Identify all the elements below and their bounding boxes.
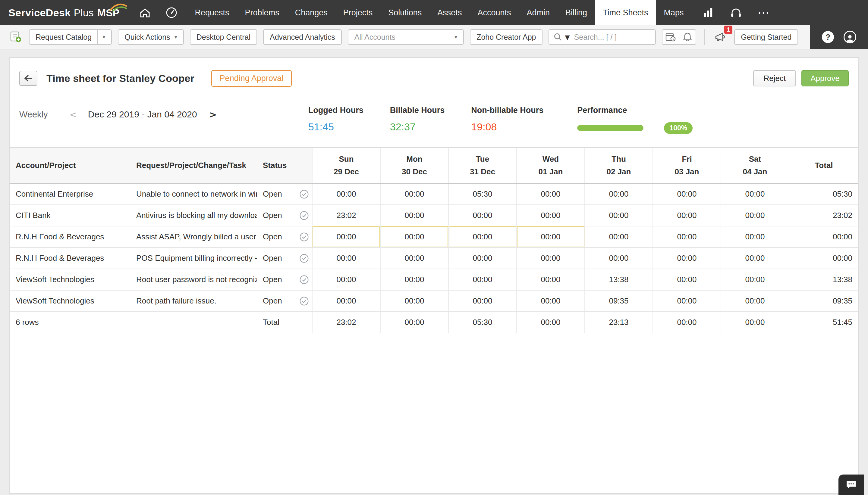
help-icon[interactable]: ? [822, 31, 834, 43]
logo-swoosh-icon [109, 3, 127, 12]
week-prev-button[interactable]: < [67, 109, 80, 120]
announcement-count-badge: 1 [724, 25, 732, 34]
nav-item-problems[interactable]: Problems [237, 0, 287, 25]
all-accounts-dropdown[interactable]: All Accounts ▾ [348, 29, 464, 45]
dashboard-icon[interactable] [158, 0, 185, 25]
nav-item-billing[interactable]: Billing [558, 0, 595, 25]
task-cell[interactable]: Unable to connect to network in win [130, 183, 257, 205]
global-search: ▾ [548, 29, 656, 45]
nav-item-time-sheets[interactable]: Time Sheets [595, 0, 656, 25]
announcements-megaphone-icon[interactable]: 1 [713, 29, 728, 45]
nonbillable-hours-value: 19:08 [471, 121, 543, 133]
task-cell[interactable]: Antivirus is blocking all my downloa [130, 205, 257, 226]
nav-item-assets[interactable]: Assets [429, 0, 470, 25]
timesheet-row: ViewSoft Technologies Root path failure … [10, 290, 858, 312]
user-avatar-icon[interactable] [844, 31, 856, 44]
home-icon[interactable] [132, 0, 158, 25]
logged-hours-stat: Logged Hours 51:45 [308, 106, 363, 133]
period-label[interactable]: Weekly [19, 109, 48, 120]
hours-cell: 00:00 [380, 183, 448, 205]
hours-cell: 00:00 [380, 269, 448, 290]
status-check-icon [299, 254, 309, 263]
nav-item-projects[interactable]: Projects [335, 0, 381, 25]
status-check-icon [299, 296, 309, 306]
row-total-cell: 05:30 [789, 183, 858, 205]
task-cell[interactable]: Root user password is not recogniz [130, 269, 257, 290]
advanced-analytics-button[interactable]: Advanced Analytics [263, 29, 342, 45]
approve-button[interactable]: Approve [801, 70, 849, 86]
nav-item-solutions[interactable]: Solutions [380, 0, 429, 25]
search-scope-caret-icon[interactable]: ▾ [565, 31, 570, 43]
week-next-button[interactable]: > [207, 109, 219, 120]
status-cell: Open [257, 248, 312, 269]
status-check-icon [299, 275, 309, 285]
reject-button[interactable]: Reject [753, 70, 796, 86]
advanced-analytics-label: Advanced Analytics [270, 33, 335, 41]
nav-item-maps[interactable]: Maps [656, 0, 692, 25]
task-cell[interactable]: POS Equipment billing incorrectly - [130, 248, 257, 269]
task-cell[interactable]: Assist ASAP, Wrongly billed a user [130, 226, 257, 248]
toolbar-dark-corner: ? [810, 25, 868, 49]
day-column-header: Sun29 Dec [312, 148, 380, 184]
more-menu-icon[interactable]: ⋯ [750, 0, 777, 25]
row-total-cell: 09:35 [789, 290, 858, 312]
search-input[interactable] [573, 32, 651, 42]
nonbillable-hours-stat: Non-billable Hours 19:08 [471, 106, 543, 133]
hours-cell: 00:00 [517, 226, 585, 248]
hours-cell: 00:00 [517, 248, 585, 269]
request-catalog-label: Request Catalog [36, 33, 92, 41]
account-cell: Continental Enterprise [10, 183, 130, 205]
hours-cell: 00:00 [721, 183, 789, 205]
request-catalog-dropdown[interactable]: Request Catalog ▾ [29, 29, 112, 45]
quick-actions-dropdown[interactable]: Quick Actions ▾ [118, 29, 184, 45]
reports-chart-icon[interactable] [694, 0, 722, 25]
nav-item-changes[interactable]: Changes [287, 0, 335, 25]
back-button[interactable] [19, 71, 37, 86]
hours-cell: 00:00 [312, 226, 380, 248]
account-cell: R.N.H Food & Beverages [10, 248, 130, 269]
chat-bubble-icon [846, 480, 856, 489]
performance-percent-badge: 100% [664, 122, 692, 134]
timesheet-card: Time sheet for Stanley Cooper Pending Ap… [9, 57, 859, 494]
timesheet-row: ViewSoft Technologies Root user password… [10, 269, 858, 290]
app-logo[interactable]: ServiceDesk Plus MSP [0, 0, 132, 25]
hours-cell: 00:00 [312, 248, 380, 269]
hours-cell: 00:00 [585, 183, 653, 205]
hours-cell: 00:00 [653, 269, 721, 290]
nav-item-requests[interactable]: Requests [187, 0, 237, 25]
performance-bar [577, 125, 643, 131]
hours-cell: 00:00 [448, 290, 517, 312]
desktop-central-button[interactable]: Desktop Central [190, 29, 257, 45]
hours-cell: 00:00 [380, 290, 448, 312]
task-cell[interactable]: Root path failure issue. [130, 290, 257, 312]
table-header-row: Account/Project Request/Project/Change/T… [10, 148, 858, 184]
support-headset-icon[interactable] [722, 0, 750, 25]
col-status: Status [257, 148, 312, 184]
status-cell: Open [257, 183, 312, 205]
getting-started-button[interactable]: Getting Started [734, 29, 798, 45]
nav-item-admin[interactable]: Admin [519, 0, 558, 25]
notifications-bell-icon[interactable] [679, 29, 696, 45]
grand-total-cell: 51:45 [789, 312, 858, 333]
row-total-cell: 23:02 [789, 205, 858, 226]
day-column-header: Fri03 Jan [653, 148, 721, 184]
hours-cell: 00:00 [448, 205, 517, 226]
zoho-creator-app-button[interactable]: Zoho Creator App [470, 29, 542, 45]
billable-hours-label: Billable Hours [390, 106, 445, 115]
page-title: Time sheet for Stanley Cooper [46, 72, 194, 84]
day-column-header: Sat04 Jan [721, 148, 789, 184]
new-request-template-icon[interactable] [9, 29, 23, 45]
chat-feedback-button[interactable] [838, 475, 864, 495]
timesheet-row: R.N.H Food & Beverages POS Equipment bil… [10, 248, 858, 269]
timesheet-header: Time sheet for Stanley Cooper Pending Ap… [10, 58, 858, 96]
total-hours-cell: 00:00 [653, 312, 721, 333]
scheduled-requests-icon[interactable] [662, 29, 679, 45]
total-hours-cell: 05:30 [448, 312, 517, 333]
caret-down-icon: ▾ [455, 34, 457, 40]
hours-cell: 00:00 [312, 290, 380, 312]
nav-item-accounts[interactable]: Accounts [470, 0, 519, 25]
secondary-toolbar: Request Catalog ▾ Quick Actions ▾ Deskto… [0, 25, 868, 49]
empty-cell [130, 312, 257, 333]
status-check-icon [299, 189, 309, 199]
logged-hours-label: Logged Hours [308, 106, 363, 115]
